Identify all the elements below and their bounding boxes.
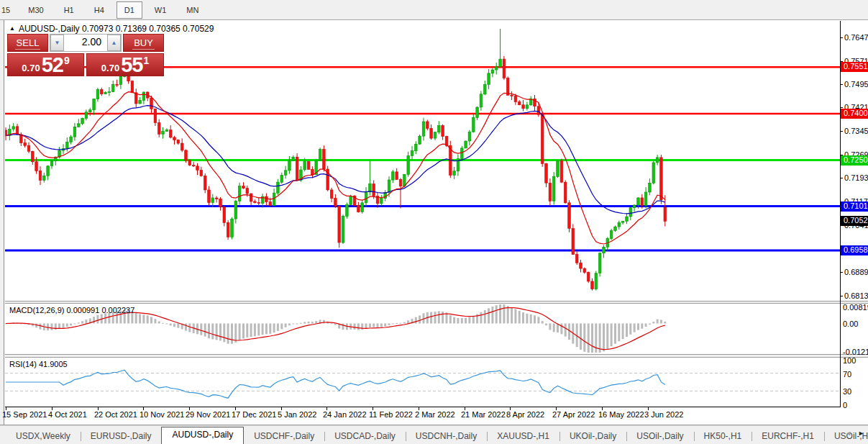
buy-price-big: 55 <box>121 55 142 76</box>
timeframe-button-W1[interactable]: W1 <box>147 1 175 19</box>
price-tick-label: 0.68130 <box>844 291 868 300</box>
sell-button[interactable]: SELL <box>7 34 48 52</box>
price-level-label: 0.74002 <box>841 109 868 119</box>
timeframe-toolbar: 15M30H1H4D1W1MN <box>0 0 868 20</box>
buy-price-prefix: 0.70 <box>101 63 119 73</box>
time-axis-label: 29 Nov 2021 <box>186 410 230 419</box>
tab-scroll-right-icon[interactable]: ► <box>858 430 864 437</box>
panel-separator-macd[interactable] <box>5 301 868 304</box>
rsi-axis-label: 100 <box>843 356 856 365</box>
symbol-tab-AUDUSD-Daily[interactable]: AUDUSD-,Daily <box>161 427 244 444</box>
time-axis-label: 24 Jan 2022 <box>323 410 367 419</box>
price-tick-label: 0.76470 <box>844 33 868 42</box>
symbol-tab-EURCHF-H1[interactable]: EURCHF-,H1 <box>751 429 824 444</box>
macd-axis-label: 0.00 <box>843 320 858 328</box>
time-axis-label: 10 Nov 2021 <box>140 410 184 419</box>
buy-button[interactable]: BUY <box>123 34 164 52</box>
time-axis-label: 15 Sep 2021 <box>2 410 47 419</box>
time-axis-label: 4 Oct 2021 <box>48 410 87 419</box>
time-axis-label: 16 May 2022 <box>598 410 644 419</box>
time-axis-label: 5 Jan 2022 <box>278 410 316 419</box>
tab-scroll-buttons: ◄► <box>839 430 864 437</box>
price-level-label: 0.70529 <box>841 216 868 226</box>
timeframe-button-M30[interactable]: M30 <box>20 1 51 19</box>
price-level-label: 0.69582 <box>841 245 868 255</box>
timeframe-button-D1[interactable]: D1 <box>117 1 142 19</box>
price-tick-label: 0.68890 <box>844 268 868 276</box>
price-level-label: 0.71013 <box>841 201 868 212</box>
rsi-canvas[interactable] <box>5 358 840 406</box>
time-axis-label: 3 Jun 2022 <box>644 410 683 419</box>
chart-title: ▲AUDUSD-,Daily 0.70973 0.71369 0.70365 0… <box>9 24 214 34</box>
time-axis-label: 22 Oct 2021 <box>94 410 137 419</box>
spin-down-icon: ▼ <box>55 40 60 46</box>
buy-button-label: BUY <box>132 37 155 50</box>
price-tick-label: 0.74950 <box>844 80 868 89</box>
price-tick-label: 0.73450 <box>844 127 868 135</box>
time-axis-label: 21 Mar 2022 <box>461 410 506 419</box>
rsi-axis-label: 30 <box>843 387 851 396</box>
rsi-axis-label: 0 <box>843 401 847 409</box>
volume-increase-button[interactable]: ▲ <box>107 35 121 51</box>
panel-separator-rsi[interactable] <box>5 354 868 358</box>
sell-quote-button[interactable]: 0.70 52 9 <box>7 53 84 76</box>
symbol-tab-USOil-Daily[interactable]: USOil-,Daily <box>626 429 693 444</box>
rsi-label: RSI(14) 41.9005 <box>9 360 68 368</box>
symbol-tab-bar: USDX,WeeklyEURUSD-,DailyAUDUSD-,DailyUSD… <box>0 426 868 444</box>
macd-axis-label: -0.01212 <box>843 348 868 356</box>
symbol-tab-USDCHF-Daily[interactable]: USDCHF-,Daily <box>244 429 324 444</box>
spin-up-icon: ▲ <box>111 40 117 46</box>
price-level-label: 0.72504 <box>841 155 868 166</box>
macd-label: MACD(12,26,9) 0.000991 0.002237 <box>9 306 134 314</box>
window-left-edge <box>0 20 4 425</box>
time-axis-label: 27 Apr 2022 <box>552 410 595 419</box>
price-level-label: 0.75512 <box>841 62 868 72</box>
trading-platform-window: 15M30H1H4D1W1MN ▲AUDUSD-,Daily 0.70973 0… <box>0 0 868 444</box>
price-tick-mark <box>840 178 843 178</box>
time-axis-line <box>5 407 841 407</box>
symbol-tab-UKOil-Daily[interactable]: UKOil-,Daily <box>559 429 626 444</box>
price-tick-mark <box>840 37 843 38</box>
volume-decrease-button[interactable]: ▼ <box>50 35 64 51</box>
sell-price-pip: 9 <box>64 55 70 66</box>
time-axis-label: 11 Feb 2022 <box>369 410 413 419</box>
price-tick-mark <box>840 131 843 132</box>
price-tick-label: 0.71930 <box>844 173 868 182</box>
time-axis-label: 8 Apr 2022 <box>506 410 544 419</box>
symbol-tab-USDX-Weekly[interactable]: USDX,Weekly <box>6 429 81 444</box>
buy-price-pip: 1 <box>143 55 149 66</box>
time-axis-label: 2 Mar 2022 <box>415 410 455 419</box>
symbol-tab-HK50-H1[interactable]: HK50-,H1 <box>694 429 752 444</box>
timeframe-button-H4[interactable]: H4 <box>86 1 112 19</box>
timeframe-button-15[interactable]: 15 <box>0 1 16 19</box>
macd-axis-label: 0.00819 <box>843 303 868 312</box>
symbol-tab-USDCNH-Daily[interactable]: USDCNH-,Daily <box>406 429 487 444</box>
tab-scroll-left-icon[interactable]: ◄ <box>845 430 851 437</box>
price-tick-mark <box>840 272 843 273</box>
sell-price-prefix: 0.70 <box>22 63 40 73</box>
price-tick-mark <box>840 107 843 108</box>
price-axis-line <box>840 21 841 407</box>
sell-price-big: 52 <box>42 55 63 76</box>
volume-input[interactable]: 2.00 <box>64 35 107 51</box>
symbol-tab-EURUSD-Daily[interactable]: EURUSD-,Daily <box>81 429 162 444</box>
chart-title-text: AUDUSD-,Daily 0.70973 0.71369 0.70365 0.… <box>19 24 214 34</box>
sell-button-label: SELL <box>15 37 41 50</box>
timeframe-button-MN[interactable]: MN <box>178 1 206 19</box>
rsi-axis-label: 70 <box>843 370 851 379</box>
timeframe-button-H1[interactable]: H1 <box>56 1 82 19</box>
price-tick-mark <box>840 296 843 296</box>
symbol-tab-USDCAD-Daily[interactable]: USDCAD-,Daily <box>324 429 406 444</box>
one-click-trade-widget: SELL ▼ 2.00 ▲ BUY 0.70 52 9 0.70 55 1 <box>7 34 164 76</box>
price-tick-mark <box>840 84 843 85</box>
buy-quote-button[interactable]: 0.70 55 1 <box>86 53 164 76</box>
volume-stepper: ▼ 2.00 ▲ <box>50 34 122 52</box>
time-axis-label: 17 Dec 2021 <box>232 410 276 419</box>
title-triangle-icon: ▲ <box>9 25 15 32</box>
symbol-tab-XAUUSD-H1[interactable]: XAUUSD-,H1 <box>487 429 559 444</box>
